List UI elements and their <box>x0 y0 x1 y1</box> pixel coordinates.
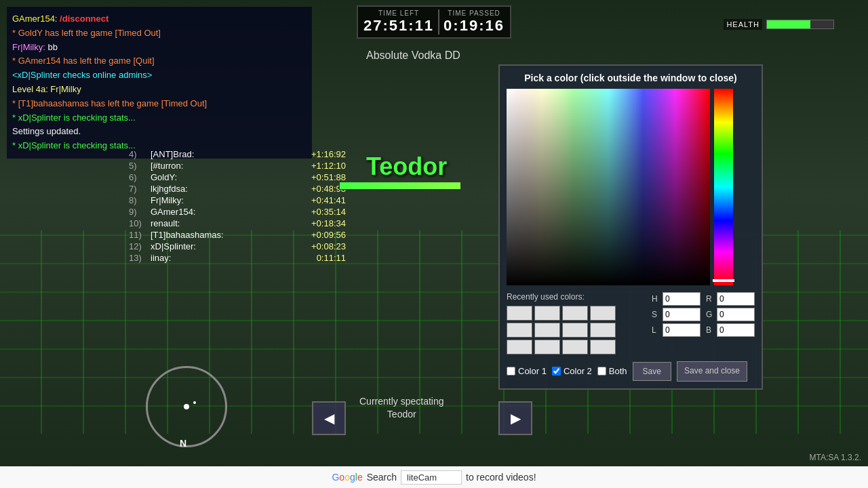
r-input[interactable] <box>717 292 755 306</box>
scoreboard: 4) [ANT]Brad: +1:16:92 5) [#turron: +1:1… <box>129 149 346 264</box>
chat-line-6: Level 4a: Fr|Milky <box>12 83 307 97</box>
spectating-name: Teodor <box>359 408 444 422</box>
g-input-row: G <box>706 308 755 321</box>
color-gradient-canvas[interactable] <box>507 89 710 285</box>
recent-colors-grid <box>507 306 615 354</box>
save-close-button[interactable]: Save and close <box>677 361 747 382</box>
b-label: B <box>706 325 714 335</box>
chat-line-9: Settings updated. <box>12 125 307 139</box>
chat-sender-1: GAmer154: <box>12 14 60 24</box>
color-picker-dialog: Pick a color (click outside the window t… <box>498 64 763 390</box>
both-group: Both <box>597 366 627 376</box>
color-swatch-10[interactable] <box>534 340 560 354</box>
hue-strip[interactable] <box>714 89 733 285</box>
nav-next-button[interactable]: ▶ <box>498 401 532 435</box>
progress-fill <box>340 182 460 189</box>
score-row-10: 10) renault: +0:18:34 <box>129 218 346 228</box>
spectating-label: Currently spectating <box>359 395 444 409</box>
search-input[interactable] <box>401 470 462 485</box>
time-left-value: 27:51:11 <box>363 17 434 35</box>
health-label: HEALTH <box>724 19 762 30</box>
timer-bar: TIME LEFT 27:51:11 TIME PASSED 0:19:16 <box>357 5 511 39</box>
score-row-11: 11) [T1]bahaashamas: +0:09:56 <box>129 230 346 240</box>
mta-version: MTA:SA 1.3.2. <box>810 453 861 462</box>
chat-text-1: /disconnect <box>60 14 108 24</box>
hud-label: Absolute Vodka DD <box>366 49 460 62</box>
rgb-inputs: R G B <box>706 292 755 337</box>
r-input-row: R <box>706 292 755 306</box>
chat-line-8: * xD|Splinter is checking stats... <box>12 111 307 125</box>
search-label: Search <box>367 472 397 483</box>
chat-line-3: Fr|Milky: bb <box>12 41 307 55</box>
compass <box>146 366 227 447</box>
s-input-row: S <box>652 308 701 321</box>
google-logo: Google <box>332 472 362 483</box>
cp-black-overlay <box>507 89 710 285</box>
color-swatch-8[interactable] <box>590 323 616 338</box>
g-input[interactable] <box>717 308 755 321</box>
color-picker-footer: Color 1 Color 2 Both Save Save and close <box>507 361 755 382</box>
color1-checkbox[interactable] <box>507 367 515 375</box>
time-passed-label: TIME PASSED <box>443 9 505 17</box>
color-picker-title: Pick a color (click outside the window t… <box>507 73 755 83</box>
time-left-section: TIME LEFT 27:51:11 <box>363 9 434 35</box>
player-name: Teodor <box>366 152 447 181</box>
nav-prev-button[interactable]: ◀ <box>312 401 346 435</box>
s-label: S <box>652 310 660 319</box>
color-swatch-9[interactable] <box>507 340 532 354</box>
b-input[interactable] <box>717 323 755 337</box>
time-passed-section: TIME PASSED 0:19:16 <box>443 9 505 35</box>
h-input-row: H <box>652 292 701 306</box>
chat-line-2: * GoldY has left the game [Timed Out] <box>12 26 307 41</box>
record-text: to record videos! <box>466 472 536 483</box>
chat-line-1: GAmer154: /disconnect <box>12 12 307 26</box>
score-row-6: 6) GoldY: +0:51:88 <box>129 172 346 182</box>
h-input[interactable] <box>663 292 701 306</box>
chat-panel: GAmer154: /disconnect * GoldY has left t… <box>7 7 312 159</box>
compass-north: N <box>180 438 186 449</box>
save-button[interactable]: Save <box>633 362 671 381</box>
color1-label[interactable]: Color 1 <box>518 366 547 376</box>
score-row-5: 5) [#turron: +1:12:10 <box>129 161 346 171</box>
color2-label[interactable]: Color 2 <box>564 366 592 376</box>
nav-prev-arrow: ◀ <box>324 410 334 426</box>
s-input[interactable] <box>663 308 701 321</box>
timer-divider <box>438 9 439 35</box>
nav-next-arrow: ▶ <box>511 410 521 426</box>
color-swatch-12[interactable] <box>590 340 616 354</box>
chat-text-3: bb <box>47 42 57 52</box>
hue-cursor <box>713 279 734 282</box>
color-swatch-3[interactable] <box>562 306 588 321</box>
chat-line-5: <xD|Splinter checks online admins> <box>12 68 307 83</box>
b-input-row: B <box>706 323 755 337</box>
color2-checkbox[interactable] <box>552 367 561 375</box>
color-swatch-11[interactable] <box>562 340 588 354</box>
recent-colors-section: Recently used colors: <box>507 292 646 354</box>
bottom-bar: Google Search to record videos! <box>0 466 868 488</box>
score-row-9: 9) GAmer154: +0:35:14 <box>129 207 346 217</box>
both-label[interactable]: Both <box>609 366 627 376</box>
color-swatch-1[interactable] <box>507 306 532 321</box>
health-track <box>766 20 834 29</box>
health-bar: HEALTH <box>724 19 834 30</box>
color1-group: Color 1 <box>507 366 547 376</box>
score-row-7: 7) lkjhgfdsa: +0:48:98 <box>129 184 346 194</box>
color-swatch-5[interactable] <box>507 323 532 338</box>
color-picker-main <box>507 89 755 285</box>
time-passed-value: 0:19:16 <box>443 17 505 35</box>
color-swatch-4[interactable] <box>590 306 616 321</box>
progress-bar <box>339 182 461 190</box>
score-row-12: 12) xD|Splinter: +0:08:23 <box>129 241 346 251</box>
chat-line-4: * GAmer154 has left the game [Quit] <box>12 54 307 68</box>
score-row-8: 8) Fr|Milky: +0:41:41 <box>129 195 346 205</box>
color-swatch-2[interactable] <box>534 306 560 321</box>
recent-colors-label: Recently used colors: <box>507 292 646 302</box>
color-swatch-7[interactable] <box>562 323 588 338</box>
score-row-4: 4) [ANT]Brad: +1:16:92 <box>129 149 346 159</box>
l-input[interactable] <box>663 323 701 337</box>
color-swatch-6[interactable] <box>534 323 560 338</box>
spectating-text: Currently spectating Teodor <box>359 395 444 422</box>
both-checkbox[interactable] <box>597 367 606 375</box>
hsl-inputs: H S L <box>652 292 701 337</box>
color-picker-bottom: Recently used colors: H <box>507 292 755 354</box>
